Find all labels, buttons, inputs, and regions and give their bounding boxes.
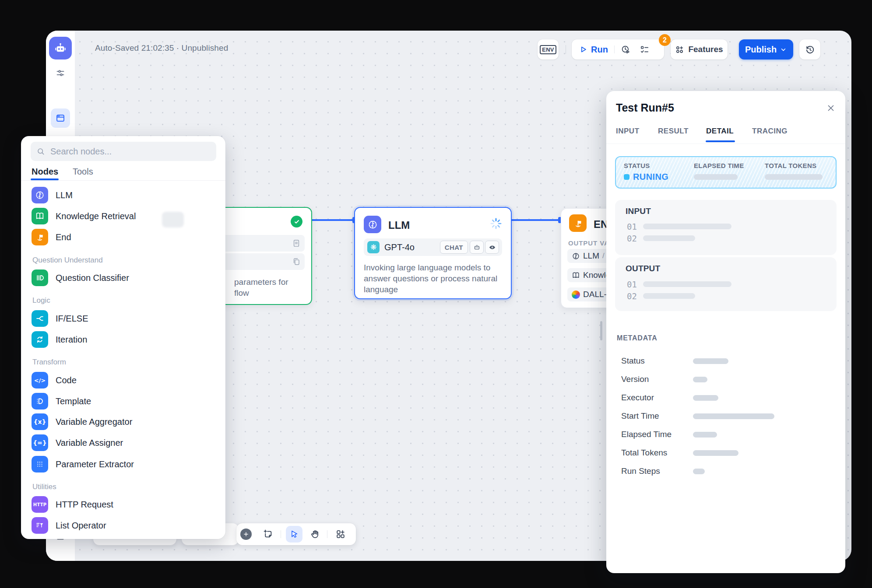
llm-node[interactable]: LLM ❋ GPT-4o CHAT <box>354 207 512 299</box>
robot-icon <box>473 244 481 251</box>
add-node-button[interactable] <box>240 528 252 540</box>
model-selector[interactable]: ❋ GPT-4o CHAT <box>364 238 502 256</box>
env-button[interactable]: ENV <box>538 39 559 60</box>
variable-assigner-icon: {=} <box>32 434 48 451</box>
node-item-template[interactable]: Template <box>32 392 211 410</box>
node-item-list-operator[interactable]: List Operator <box>32 517 211 534</box>
node-item-llm[interactable]: LLM <box>32 186 211 204</box>
version-history-button[interactable] <box>799 39 820 60</box>
metadata-label: Status <box>621 356 645 366</box>
output-row-number: 02 <box>627 291 637 301</box>
screen: parameters for flow LLM <box>0 0 872 588</box>
app-logo[interactable] <box>49 37 72 60</box>
features-button[interactable]: Features <box>671 39 728 60</box>
node-item-code[interactable]: </> Code <box>32 371 211 389</box>
edge-llm-to-end <box>510 219 561 221</box>
sliders-icon <box>55 68 66 78</box>
metadata-label: Elapsed Time <box>621 430 672 439</box>
input-row-skeleton <box>643 235 695 241</box>
input-section: INPUT 01 02 <box>615 200 837 255</box>
close-icon <box>826 103 836 113</box>
toolbar-divider <box>327 530 327 538</box>
panel-divider <box>21 180 225 181</box>
tab-result[interactable]: RESULT <box>658 127 689 136</box>
http-icon: HTTP <box>32 496 48 513</box>
loop-icon <box>32 331 48 348</box>
classifier-icon <box>32 270 48 286</box>
node-item-knowledge-retrieval[interactable]: Knowledge Retrieval <box>32 207 211 225</box>
filter-icon <box>32 517 48 534</box>
template-icon <box>32 393 48 410</box>
tab-input[interactable]: INPUT <box>616 127 640 136</box>
node-item-question-classifier[interactable]: Question Classifier <box>32 269 211 287</box>
running-status-dot <box>624 174 629 180</box>
elapsed-time-label: ELAPSED TIME <box>694 162 744 169</box>
search-icon <box>36 147 46 156</box>
node-picker-panel: Nodes Tools LLM Knowledge Retrieval End … <box>21 136 225 539</box>
organize-nodes-button[interactable] <box>335 529 346 541</box>
close-button[interactable] <box>826 103 836 115</box>
model-name: GPT-4o <box>384 242 415 252</box>
group-divider <box>614 46 615 53</box>
hand-mode-button[interactable] <box>310 529 320 541</box>
output-title: OUTPUT <box>626 264 660 273</box>
test-run-title: Test Run#5 <box>616 102 674 114</box>
llm-node-title: LLM <box>388 219 410 231</box>
publish-button[interactable]: Publish <box>739 39 793 60</box>
input-row-number: 01 <box>627 222 637 231</box>
node-item-end[interactable]: End <box>32 228 211 246</box>
canvas-control-toolbar <box>236 523 356 545</box>
input-row-number: 02 <box>627 234 637 243</box>
llm-brain-icon <box>364 216 381 233</box>
node-search-input[interactable] <box>49 146 196 157</box>
run-group: Run <box>572 39 664 60</box>
checklist-button[interactable] <box>640 45 650 55</box>
tab-tools[interactable]: Tools <box>73 167 93 177</box>
input-row-skeleton <box>643 224 731 229</box>
checklist-count-badge: 2 <box>659 34 671 46</box>
node-search[interactable] <box>31 142 216 161</box>
section-transform: Transform <box>32 358 66 367</box>
node-item-variable-assigner[interactable]: {=} Variable Assigner <box>32 434 211 452</box>
header-divider <box>566 45 566 54</box>
node-item-iteration[interactable]: Iteration <box>32 331 211 348</box>
play-icon <box>579 45 587 54</box>
metadata-skeleton <box>693 377 707 382</box>
workflow-settings-button[interactable] <box>55 68 66 78</box>
active-tab-underline <box>706 140 735 142</box>
parameter-extractor-icon <box>32 456 48 472</box>
node-item-variable-aggregator[interactable]: {x} Variable Aggregator <box>32 413 211 430</box>
vision-badge[interactable] <box>485 241 499 254</box>
node-item-ifelse[interactable]: IF/ELSE <box>32 310 211 327</box>
node-item-http-request[interactable]: HTTP HTTP Request <box>32 496 211 513</box>
plus-icon <box>243 531 249 537</box>
autosave-status: Auto-Saved 21:02:35 · Unpublished <box>95 43 228 53</box>
output-row-number: 01 <box>627 280 637 289</box>
success-check-icon <box>291 216 302 228</box>
branch-icon <box>32 310 48 327</box>
add-note-button[interactable] <box>263 529 273 541</box>
output-row-skeleton <box>643 281 731 287</box>
node-item-parameter-extractor[interactable]: Parameter Extractor <box>32 455 211 473</box>
clock-play-icon <box>621 45 631 55</box>
status-card: STATUS ELAPSED TIME TOTAL TOKENS RUNING <box>615 156 837 189</box>
tab-detail[interactable]: DETAIL <box>706 127 734 136</box>
layout-icon <box>335 529 346 539</box>
note-add-icon <box>263 529 273 539</box>
pointer-mode-button[interactable] <box>286 526 302 542</box>
run-history-button[interactable] <box>621 45 631 55</box>
run-button[interactable]: Run <box>591 45 608 55</box>
total-tokens-skeleton <box>765 174 823 180</box>
tab-tracing[interactable]: TRACING <box>752 127 788 136</box>
start-node-description: parameters for flow <box>234 276 288 298</box>
metadata-label: Start Time <box>621 411 659 421</box>
canvas-scrollbar[interactable] <box>600 321 602 340</box>
agent-badge[interactable] <box>470 241 484 254</box>
env-icon: ENV <box>540 45 556 54</box>
tabs-divider <box>606 144 845 144</box>
test-run-panel: Test Run#5 INPUT RESULT DETAIL TRACING S… <box>606 91 845 573</box>
end-flag-icon <box>569 214 587 232</box>
tab-nodes[interactable]: Nodes <box>32 167 58 177</box>
sidebar-item-panels[interactable] <box>51 108 70 128</box>
chevron-down-icon <box>780 46 787 53</box>
